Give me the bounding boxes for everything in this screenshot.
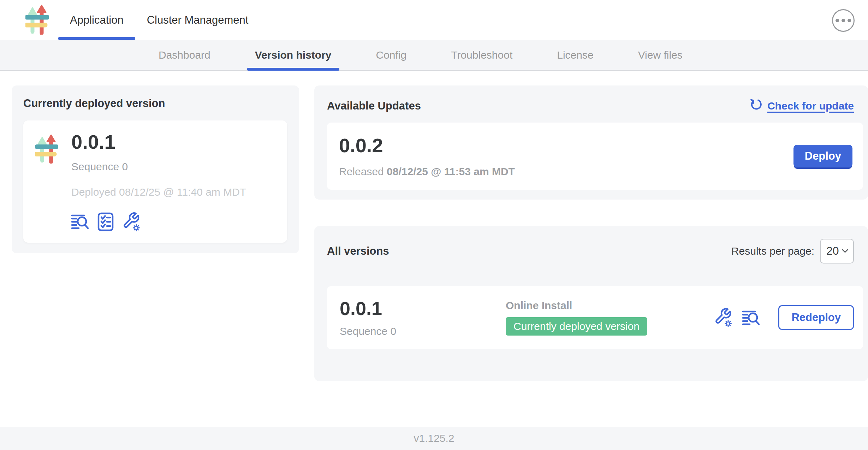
subnav-tab-config[interactable]: Config: [368, 40, 415, 70]
tab-cluster-management-label: Cluster Management: [147, 14, 249, 26]
preflight-checks-icon[interactable]: [97, 212, 114, 231]
deployed-version-number: 0.0.1: [71, 131, 246, 153]
row-version-number: 0.0.1: [340, 298, 506, 319]
currently-deployed-title: Currently deployed version: [23, 97, 287, 110]
deployed-timestamp: Deployed 08/12/25 @ 11:40 am MDT: [71, 186, 246, 198]
top-tabs: Application Cluster Management: [58, 0, 260, 40]
refresh-icon: [750, 98, 762, 113]
all-versions-title: All versions: [327, 245, 389, 257]
view-logs-icon[interactable]: [71, 214, 89, 230]
edit-config-icon[interactable]: [122, 212, 141, 232]
footer: v1.125.2: [0, 427, 868, 450]
tab-cluster-management[interactable]: Cluster Management: [135, 0, 260, 40]
view-logs-icon[interactable]: [742, 310, 760, 326]
deployed-sequence-label: Sequence 0: [71, 161, 246, 173]
deploy-button[interactable]: Deploy: [793, 145, 852, 167]
app-logo-icon: [25, 4, 49, 36]
tab-application[interactable]: Application: [58, 0, 135, 40]
available-updates-panel: Available Updates Check for update 0.0.2…: [314, 85, 868, 200]
app-subnav: Dashboard Version history Config Trouble…: [0, 40, 868, 71]
available-updates-title: Available Updates: [327, 100, 421, 112]
currently-deployed-badge: Currently deployed version: [506, 317, 647, 336]
subnav-tab-view-files[interactable]: View files: [630, 40, 690, 70]
update-version-number: 0.0.2: [339, 135, 515, 156]
check-for-update-label: Check for update: [767, 100, 854, 112]
subnav-tab-dashboard[interactable]: Dashboard: [151, 40, 218, 70]
row-install-type: Online Install: [506, 300, 647, 312]
main-content: Currently deployed version 0.0.1 Sequenc…: [0, 71, 868, 427]
admin-console-version: v1.125.2: [414, 432, 454, 444]
ellipsis-icon: [836, 19, 839, 22]
results-per-page-select[interactable]: 20: [820, 239, 854, 264]
edit-config-icon[interactable]: [714, 307, 733, 328]
all-versions-panel: All versions Results per page: 20 0.0.1 …: [314, 226, 868, 381]
check-for-update-link[interactable]: Check for update: [750, 98, 854, 113]
app-logo-icon: [35, 134, 58, 232]
results-per-page-label: Results per page:: [731, 245, 814, 257]
version-row: 0.0.1 Sequence 0 Online Install Currentl…: [327, 286, 863, 349]
available-update-card: 0.0.2 Released 08/12/25 @ 11:53 am MDT D…: [327, 123, 863, 190]
currently-deployed-panel: Currently deployed version 0.0.1 Sequenc…: [12, 85, 299, 253]
top-navigation-bar: Application Cluster Management: [0, 0, 868, 40]
chevron-down-icon: [842, 249, 848, 253]
subnav-tab-version-history[interactable]: Version history: [247, 40, 339, 70]
tab-application-label: Application: [70, 14, 124, 26]
deployed-version-card: 0.0.1 Sequence 0 Deployed 08/12/25 @ 11:…: [23, 120, 287, 243]
row-sequence-label: Sequence 0: [340, 325, 506, 337]
update-released-timestamp: Released 08/12/25 @ 11:53 am MDT: [339, 166, 515, 178]
redeploy-button[interactable]: Redeploy: [778, 305, 854, 330]
overflow-menu-button[interactable]: [832, 9, 855, 32]
subnav-tab-troubleshoot[interactable]: Troubleshoot: [443, 40, 520, 70]
results-per-page-value: 20: [826, 244, 839, 257]
subnav-tab-license[interactable]: License: [549, 40, 601, 70]
